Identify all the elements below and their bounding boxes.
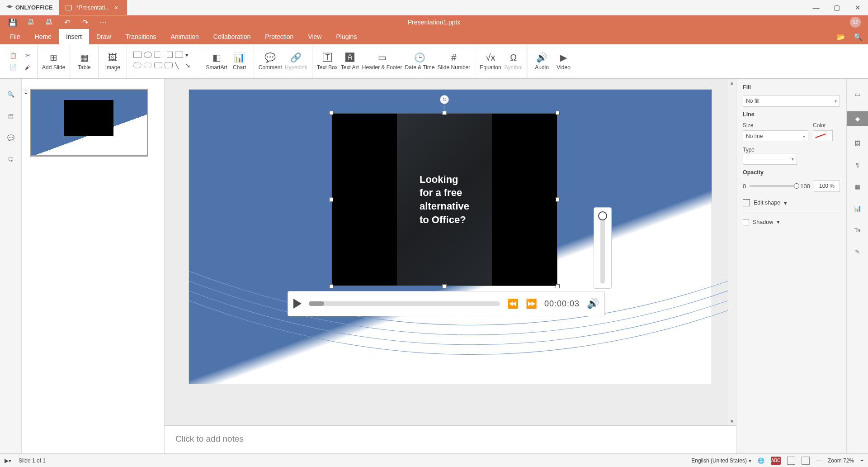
- play-button[interactable]: [293, 299, 302, 309]
- slide-thumbnail-1[interactable]: [30, 89, 148, 157]
- slides-icon[interactable]: ▤: [6, 111, 15, 120]
- slide-settings-icon[interactable]: ▭: [853, 90, 862, 99]
- find-icon[interactable]: 🔍: [6, 90, 15, 99]
- image-button[interactable]: 🖼 Image: [103, 52, 122, 71]
- line-size-select[interactable]: No line ▾: [743, 130, 808, 142]
- zoom-in-button[interactable]: +: [860, 457, 863, 464]
- feedback-icon[interactable]: 🗨: [6, 155, 15, 164]
- slide-canvas[interactable]: Looking for a free alternative to Office…: [189, 90, 712, 384]
- vertical-scrollbar[interactable]: ▲ ▼: [728, 79, 736, 425]
- fit-slide-button[interactable]: [787, 457, 795, 465]
- hyperlink-button[interactable]: 🔗 Hyperlink: [285, 52, 307, 71]
- spellcheck-badge[interactable]: ABC: [771, 457, 781, 465]
- fit-width-button[interactable]: [802, 457, 810, 465]
- paste-button[interactable]: 📄: [8, 62, 18, 72]
- print-button[interactable]: 🖶: [22, 15, 40, 29]
- redo-button[interactable]: ↷: [76, 15, 94, 29]
- save-button[interactable]: 💾: [4, 15, 22, 29]
- volume-knob[interactable]: [598, 211, 607, 220]
- header-footer-button[interactable]: ▭ Header & Footer: [362, 52, 402, 71]
- textart-button[interactable]: 🅰 Text Art: [340, 52, 359, 71]
- tab-plugins[interactable]: Plugins: [329, 29, 364, 44]
- resize-handle-nw[interactable]: [329, 111, 333, 115]
- resize-handle-n[interactable]: [443, 111, 447, 115]
- volume-popup[interactable]: [594, 207, 612, 289]
- resize-handle-e[interactable]: [556, 198, 560, 202]
- image-settings-icon[interactable]: 🖼: [853, 138, 862, 148]
- textbox-button[interactable]: 🅃 Text Box: [317, 52, 338, 71]
- tab-draw[interactable]: Draw: [89, 29, 118, 44]
- seek-bar[interactable]: [309, 301, 500, 306]
- textart-settings-icon[interactable]: Ta: [853, 225, 862, 234]
- resize-handle-ne[interactable]: [556, 111, 560, 115]
- paragraph-settings-icon[interactable]: ¶: [853, 160, 862, 169]
- video-frame[interactable]: Looking for a free alternative to Office…: [331, 113, 557, 286]
- tab-transitions[interactable]: Transitions: [118, 29, 164, 44]
- rewind-button[interactable]: ⏪: [507, 298, 519, 309]
- table-settings-icon[interactable]: ▦: [853, 182, 862, 191]
- start-slideshow-button[interactable]: ▶▾: [5, 457, 11, 464]
- tab-view[interactable]: View: [301, 29, 329, 44]
- open-location-icon[interactable]: 📂: [836, 33, 845, 41]
- window-minimize[interactable]: —: [806, 0, 826, 15]
- comments-icon[interactable]: 💬: [6, 133, 15, 142]
- forward-button[interactable]: ⏩: [526, 298, 537, 309]
- copy-button[interactable]: 📋: [8, 51, 18, 61]
- tab-home[interactable]: Home: [28, 29, 59, 44]
- comment-button[interactable]: 💬 Comment: [259, 52, 282, 71]
- audio-button[interactable]: 🔊 Audio: [533, 52, 552, 71]
- volume-icon[interactable]: 🔊: [587, 298, 599, 310]
- tab-file[interactable]: File: [3, 29, 28, 44]
- volume-track[interactable]: [600, 212, 605, 284]
- shape-settings-icon[interactable]: ◆: [847, 111, 868, 126]
- undo-button[interactable]: ↶: [58, 15, 76, 29]
- smartart-button[interactable]: ◧ SmartArt: [206, 52, 227, 71]
- video-object-selected[interactable]: Looking for a free alternative to Office…: [331, 113, 557, 286]
- globe-icon[interactable]: 🌐: [758, 457, 764, 464]
- resize-handle-s[interactable]: [443, 284, 447, 288]
- tab-protection[interactable]: Protection: [258, 29, 301, 44]
- add-slide-button[interactable]: ⊞ Add Slide: [42, 52, 65, 71]
- window-close[interactable]: ✕: [847, 0, 868, 15]
- symbol-button[interactable]: Ω Symbol: [504, 52, 523, 71]
- quick-print-button[interactable]: 🖶: [40, 15, 58, 29]
- line-type-select[interactable]: ▾: [743, 153, 797, 165]
- equation-button[interactable]: √x Equation: [480, 52, 501, 71]
- zoom-out-button[interactable]: —: [816, 457, 821, 464]
- opacity-input[interactable]: 100 %: [814, 180, 840, 192]
- line-color-swatch[interactable]: [813, 130, 833, 141]
- video-button[interactable]: ▶ Video: [554, 52, 573, 71]
- user-avatar[interactable]: SZ: [850, 17, 861, 28]
- chart-settings-icon[interactable]: 📊: [853, 204, 862, 213]
- shapes-gallery[interactable]: ▾ ╲ ↘: [132, 50, 196, 73]
- cut-button[interactable]: ✂: [23, 51, 33, 61]
- resize-handle-se[interactable]: [556, 284, 560, 288]
- search-icon[interactable]: 🔍: [854, 33, 863, 41]
- tab-animation[interactable]: Animation: [164, 29, 206, 44]
- tab-collaboration[interactable]: Collaboration: [206, 29, 258, 44]
- opacity-knob[interactable]: [794, 183, 799, 189]
- document-tab[interactable]: *Presentati... ×: [59, 0, 127, 15]
- table-button[interactable]: ▦ Table: [75, 52, 94, 71]
- language-selector[interactable]: English (United States) ▾: [691, 457, 751, 464]
- format-painter-button[interactable]: 🖌: [23, 62, 33, 72]
- scroll-down-icon[interactable]: ▼: [728, 417, 736, 425]
- window-maximize[interactable]: ▢: [826, 0, 847, 15]
- more-button[interactable]: ⋯: [94, 15, 112, 29]
- edit-shape-button[interactable]: Edit shape ▾: [743, 196, 840, 206]
- slide-number-button[interactable]: # Slide Number: [438, 52, 471, 71]
- tab-insert[interactable]: Insert: [59, 29, 89, 44]
- resize-handle-sw[interactable]: [329, 284, 333, 288]
- resize-handle-w[interactable]: [329, 198, 333, 202]
- notes-pane[interactable]: Click to add notes: [165, 425, 736, 453]
- shadow-checkbox[interactable]: [743, 219, 749, 225]
- opacity-slider[interactable]: [750, 185, 797, 187]
- close-tab-icon[interactable]: ×: [114, 4, 118, 11]
- scroll-up-icon[interactable]: ▲: [728, 79, 736, 87]
- rotation-handle[interactable]: [440, 95, 449, 104]
- fill-select[interactable]: No fill ▾: [743, 95, 840, 107]
- chart-button[interactable]: 📊 Chart: [230, 52, 249, 71]
- date-time-button[interactable]: 🕒 Date & Time: [405, 52, 435, 71]
- shadow-toggle[interactable]: Shadow ▾: [743, 213, 840, 225]
- signature-settings-icon[interactable]: ✎: [853, 247, 862, 256]
